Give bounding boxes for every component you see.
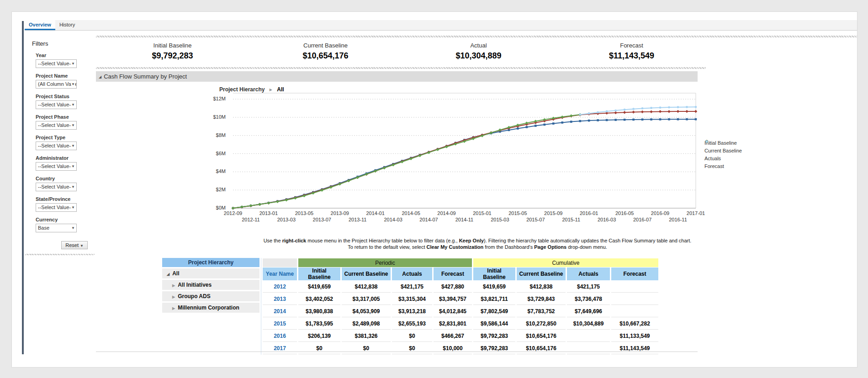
value-cell <box>567 342 610 354</box>
filter-select-project-name[interactable]: (All Column Values)▼ <box>36 80 77 89</box>
value-cell: $10,654,176 <box>517 342 566 354</box>
value-cell: $4,012,845 <box>434 305 472 317</box>
x-axis-tick-label: 2015-07 <box>519 217 551 222</box>
series-point-current-baseline <box>632 110 635 114</box>
filter-select-country[interactable]: --Select Value--▼ <box>36 183 77 191</box>
filter-select-administrator[interactable]: --Select Value--▼ <box>36 162 77 171</box>
value-cell: $206,139 <box>298 330 340 342</box>
x-axis-tick-label: 2012-11 <box>235 217 267 222</box>
group-header-periodic: Periodic <box>298 258 472 267</box>
filter-group-project-type: Project Type--Select Value--▼ <box>36 135 97 150</box>
year-link-2015[interactable]: 2015 <box>263 318 297 330</box>
hierarchy-node-groupo-ads[interactable]: ▶Groupo ADS <box>162 291 259 301</box>
filter-select-project-status[interactable]: --Select Value--▼ <box>36 100 77 109</box>
filter-label: Year <box>36 52 97 58</box>
filter-group-currency: CurrencyBase▼ <box>36 217 97 232</box>
series-point-initial-baseline <box>614 119 617 121</box>
series-point-forecast <box>624 109 626 111</box>
value-cell: $412,838 <box>342 281 391 293</box>
value-cell <box>567 330 610 342</box>
value-cell: $421,175 <box>392 281 432 293</box>
hierarchy-node-millennium-corporation[interactable]: ▶Millennium Corporation <box>162 303 259 313</box>
hierarchy-node-all-initiatives[interactable]: ▶All Initiatives <box>162 280 259 290</box>
filter-select-project-phase[interactable]: --Select Value--▼ <box>36 121 77 130</box>
x-axis-tick-label: 2012-09 <box>217 210 249 216</box>
filter-label: Project Name <box>36 73 97 79</box>
filter-select-state-province[interactable]: --Select Value--▼ <box>36 203 77 212</box>
filter-group-country: Country--Select Value--▼ <box>36 176 97 191</box>
filter-select-project-type[interactable]: --Select Value--▼ <box>36 142 77 150</box>
x-axis-tick-label: 2016-01 <box>573 210 605 216</box>
value-cell: $2,655,193 <box>392 318 432 330</box>
table-row: 2014$3,980,838$4,053,909$3,913,218$4,012… <box>263 305 658 317</box>
legend-item-forecast: Forecast <box>704 163 742 170</box>
series-point-forecast <box>686 106 688 108</box>
column-header-forecast: Forecast <box>434 268 472 280</box>
y-axis-tick-label: $12M <box>174 96 226 101</box>
collapse-section-icon[interactable]: ◢ <box>99 75 101 79</box>
year-link-2017[interactable]: 2017 <box>263 342 297 354</box>
reset-label: Reset <box>65 242 79 248</box>
value-cell: $2,831,801 <box>434 318 472 330</box>
series-point-initial-baseline <box>668 118 670 121</box>
reset-button[interactable]: Reset ▼ <box>61 241 88 249</box>
x-axis-tick-label: 2014-09 <box>431 210 463 216</box>
series-point-initial-baseline <box>588 120 590 122</box>
chevron-down-icon: ▼ <box>71 121 75 129</box>
series-point-initial-baseline <box>552 122 555 125</box>
value-cell: $3,315,304 <box>392 293 432 305</box>
tab-overview[interactable]: Overview <box>25 20 55 30</box>
chevron-down-icon: ▼ <box>71 60 75 68</box>
year-link-2013[interactable]: 2013 <box>263 293 297 305</box>
filter-select-year[interactable]: --Select Value--▼ <box>36 59 77 68</box>
dashboard-page: OverviewHistory Filters Year--Select Val… <box>0 0 868 378</box>
legend-label: Initial Baseline <box>704 140 737 146</box>
y-axis-tick-label: $0M <box>174 205 226 210</box>
year-link-2014[interactable]: 2014 <box>263 305 297 317</box>
collapsed-icon[interactable]: ▶ <box>172 284 175 288</box>
series-point-current-baseline <box>677 110 680 113</box>
collapsed-icon[interactable]: ▶ <box>172 306 175 310</box>
year-link-2012[interactable]: 2012 <box>263 281 297 293</box>
kpi-current-baseline: Current Baseline$10,654,176 <box>249 42 402 61</box>
filter-selected-value: --Select Value-- <box>38 143 73 148</box>
series-point-initial-baseline <box>535 125 537 127</box>
column-header-current-baseline: Current Baseline <box>517 268 566 280</box>
filter-group-administrator: Administrator--Select Value--▼ <box>36 155 97 171</box>
cashflow-summary-table: PeriodicCumulativeYear NameInitial Basel… <box>261 258 660 355</box>
top-section-divider <box>96 36 857 37</box>
kpi-label: Forecast <box>555 42 708 49</box>
y-axis-tick-label: $2M <box>174 187 226 192</box>
value-cell: $7,649,696 <box>567 305 610 317</box>
hierarchy-node-label: Millennium Corporation <box>178 304 239 311</box>
table-row: 2013$3,402,052$3,317,005$3,315,304$3,394… <box>263 293 658 305</box>
usage-instructions: Use the right-click mouse menu in the Pr… <box>174 237 781 250</box>
collapsed-icon[interactable]: ▶ <box>172 295 175 299</box>
value-cell: $10,654,176 <box>517 330 566 342</box>
legend-item-actuals: Actuals <box>704 155 742 163</box>
year-link-2016[interactable]: 2016 <box>263 330 297 342</box>
value-cell: $10,304,889 <box>567 318 610 330</box>
filter-select-currency[interactable]: Base▼ <box>36 224 77 232</box>
hierarchy-rows: ◢All▶All Initiatives▶Groupo ADS▶Millenni… <box>162 268 259 313</box>
kpi-value: $11,143,549 <box>555 51 708 61</box>
series-point-initial-baseline <box>570 121 572 123</box>
x-axis-tick-label: 2014-03 <box>377 217 409 222</box>
section-bottom-border <box>96 352 698 352</box>
value-cell: $419,659 <box>473 281 515 293</box>
section-title: Cash Flow Summary by Project <box>104 73 187 80</box>
y-axis-tick-label: $8M <box>174 132 226 138</box>
value-cell: $10,000 <box>434 342 472 354</box>
series-point-forecast <box>677 106 679 108</box>
x-axis-tick-label: 2013-11 <box>342 217 374 222</box>
value-cell: $427,880 <box>434 281 472 293</box>
hierarchy-node-all[interactable]: ◢All <box>162 268 259 278</box>
expanded-icon[interactable]: ◢ <box>167 272 169 276</box>
filter-selected-value: --Select Value-- <box>38 205 73 210</box>
value-cell: $3,394,757 <box>434 293 472 305</box>
filter-label: Project Status <box>36 94 97 99</box>
kpi-label: Current Baseline <box>249 42 402 49</box>
tab-history[interactable]: History <box>55 20 79 30</box>
column-header-initial-baseline: Initial Baseline <box>473 268 515 280</box>
column-header-initial-baseline: Initial Baseline <box>298 268 340 280</box>
